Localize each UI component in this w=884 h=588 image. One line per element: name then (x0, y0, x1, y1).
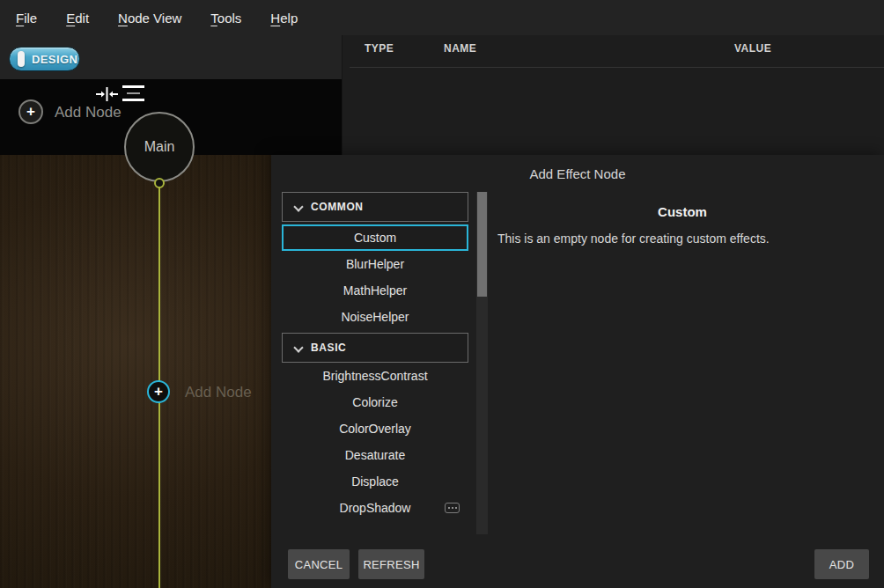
header-separator (350, 67, 884, 68)
collapse-horizontal-icon[interactable] (95, 85, 119, 107)
effect-item-colorize[interactable]: Colorize (282, 389, 468, 415)
menu-help[interactable]: Help (265, 11, 303, 26)
menu-edit[interactable]: Edit (61, 11, 94, 26)
menu-tools[interactable]: Tools (205, 11, 247, 26)
effect-list: COMMON Custom BlurHelper MathHelper Nois… (282, 192, 468, 521)
effect-designer-window: File Edit Node View Tools Help DESIGN (0, 0, 884, 588)
toggle-knob-icon (18, 51, 25, 67)
effect-detail-description: This is an empty node for creating custo… (497, 232, 770, 246)
effect-item-displace[interactable]: Displace (282, 468, 468, 495)
add-button[interactable]: ADD (814, 549, 869, 579)
refresh-button[interactable]: REFRESH (358, 549, 424, 579)
add-node-button-on-wire[interactable]: + (147, 380, 170, 403)
plus-icon: + (154, 384, 163, 399)
effect-detail-panel: Custom This is an empty node for creatin… (491, 155, 873, 533)
effect-detail-title: Custom (491, 204, 873, 219)
menu-bar: File Edit Node View Tools Help (0, 0, 884, 35)
properties-panel: TYPE NAME VALUE (342, 35, 884, 155)
column-header-name: NAME (444, 42, 476, 55)
menu-file[interactable]: File (11, 11, 42, 26)
effect-list-scrollbar[interactable] (476, 192, 488, 534)
add-node-button-top[interactable]: + (18, 99, 43, 124)
properties-header-row: TYPE NAME VALUE (343, 35, 884, 68)
effect-item-mathhelper[interactable]: MathHelper (282, 277, 468, 304)
column-header-type: TYPE (365, 42, 394, 55)
section-header-basic[interactable]: BASIC (282, 333, 468, 363)
chevron-down-icon (295, 344, 302, 351)
add-node-top-label: Add Node (55, 104, 122, 121)
effect-item-dropshadow[interactable]: DropShadow (282, 495, 468, 521)
effect-item-blurhelper[interactable]: BlurHelper (282, 251, 468, 277)
section-header-common[interactable]: COMMON (282, 192, 468, 222)
scrollbar-thumb[interactable] (477, 192, 487, 297)
toolbar: DESIGN (0, 35, 342, 79)
design-mode-toggle[interactable]: DESIGN (9, 47, 80, 71)
effect-item-noisehelper[interactable]: NoiseHelper (282, 304, 468, 330)
main-node[interactable]: Main (124, 112, 195, 182)
add-effect-node-dialog: Add Effect Node COMMON Custom BlurHelper… (271, 155, 884, 588)
main-node-label: Main (144, 139, 175, 155)
column-header-value: VALUE (734, 42, 771, 55)
effect-item-desaturate[interactable]: Desaturate (282, 442, 468, 468)
design-toggle-label: DESIGN (32, 53, 77, 66)
plus-icon: + (26, 104, 35, 119)
section-label-common: COMMON (311, 201, 364, 213)
align-lines-icon[interactable] (122, 85, 144, 101)
chevron-down-icon (295, 203, 302, 210)
ellipsis-icon[interactable] (445, 503, 460, 513)
effect-item-label: DropShadow (340, 501, 411, 515)
add-node-inline-label: Add Node (185, 384, 252, 401)
menu-node-view[interactable]: Node View (113, 11, 187, 26)
effect-item-coloroverlay[interactable]: ColorOverlay (282, 415, 468, 442)
main-node-output-port[interactable] (154, 178, 165, 188)
cancel-button[interactable]: CANCEL (288, 549, 350, 579)
section-label-basic: BASIC (311, 342, 346, 354)
effect-item-brightnesscontrast[interactable]: BrightnessContrast (282, 363, 468, 389)
effect-item-custom[interactable]: Custom (282, 224, 468, 251)
